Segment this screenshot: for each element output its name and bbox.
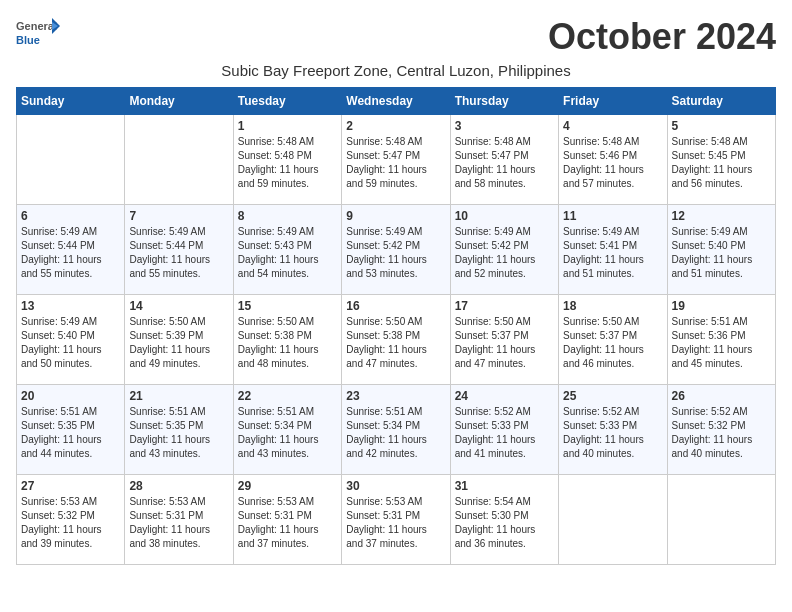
day-cell: 4Sunrise: 5:48 AMSunset: 5:46 PMDaylight… [559, 115, 667, 205]
day-content: Sunrise: 5:49 AMSunset: 5:40 PMDaylight:… [672, 225, 771, 281]
day-content: Sunrise: 5:53 AMSunset: 5:31 PMDaylight:… [346, 495, 445, 551]
day-cell: 18Sunrise: 5:50 AMSunset: 5:37 PMDayligh… [559, 295, 667, 385]
day-number: 3 [455, 119, 554, 133]
calendar-table: SundayMondayTuesdayWednesdayThursdayFrid… [16, 87, 776, 565]
day-content: Sunrise: 5:51 AMSunset: 5:35 PMDaylight:… [129, 405, 228, 461]
day-cell [125, 115, 233, 205]
day-number: 14 [129, 299, 228, 313]
day-cell: 31Sunrise: 5:54 AMSunset: 5:30 PMDayligh… [450, 475, 558, 565]
svg-text:Blue: Blue [16, 34, 40, 46]
day-header-wednesday: Wednesday [342, 88, 450, 115]
day-content: Sunrise: 5:51 AMSunset: 5:36 PMDaylight:… [672, 315, 771, 371]
day-number: 8 [238, 209, 337, 223]
day-number: 5 [672, 119, 771, 133]
day-content: Sunrise: 5:49 AMSunset: 5:40 PMDaylight:… [21, 315, 120, 371]
header-row: SundayMondayTuesdayWednesdayThursdayFrid… [17, 88, 776, 115]
day-header-tuesday: Tuesday [233, 88, 341, 115]
day-cell: 5Sunrise: 5:48 AMSunset: 5:45 PMDaylight… [667, 115, 775, 205]
day-number: 19 [672, 299, 771, 313]
month-title: October 2024 [548, 16, 776, 58]
day-number: 21 [129, 389, 228, 403]
day-content: Sunrise: 5:52 AMSunset: 5:32 PMDaylight:… [672, 405, 771, 461]
logo: General Blue [16, 16, 64, 52]
day-cell: 13Sunrise: 5:49 AMSunset: 5:40 PMDayligh… [17, 295, 125, 385]
day-number: 2 [346, 119, 445, 133]
day-cell: 14Sunrise: 5:50 AMSunset: 5:39 PMDayligh… [125, 295, 233, 385]
day-cell [559, 475, 667, 565]
day-cell: 9Sunrise: 5:49 AMSunset: 5:42 PMDaylight… [342, 205, 450, 295]
day-cell: 7Sunrise: 5:49 AMSunset: 5:44 PMDaylight… [125, 205, 233, 295]
day-content: Sunrise: 5:48 AMSunset: 5:48 PMDaylight:… [238, 135, 337, 191]
day-content: Sunrise: 5:53 AMSunset: 5:31 PMDaylight:… [129, 495, 228, 551]
day-cell: 29Sunrise: 5:53 AMSunset: 5:31 PMDayligh… [233, 475, 341, 565]
day-number: 26 [672, 389, 771, 403]
day-cell: 21Sunrise: 5:51 AMSunset: 5:35 PMDayligh… [125, 385, 233, 475]
logo-icon: General Blue [16, 16, 60, 52]
day-number: 30 [346, 479, 445, 493]
day-number: 29 [238, 479, 337, 493]
week-row-5: 27Sunrise: 5:53 AMSunset: 5:32 PMDayligh… [17, 475, 776, 565]
day-content: Sunrise: 5:53 AMSunset: 5:32 PMDaylight:… [21, 495, 120, 551]
subtitle: Subic Bay Freeport Zone, Central Luzon, … [16, 62, 776, 79]
day-content: Sunrise: 5:48 AMSunset: 5:45 PMDaylight:… [672, 135, 771, 191]
day-content: Sunrise: 5:54 AMSunset: 5:30 PMDaylight:… [455, 495, 554, 551]
day-cell: 27Sunrise: 5:53 AMSunset: 5:32 PMDayligh… [17, 475, 125, 565]
day-cell: 17Sunrise: 5:50 AMSunset: 5:37 PMDayligh… [450, 295, 558, 385]
day-number: 27 [21, 479, 120, 493]
day-content: Sunrise: 5:50 AMSunset: 5:37 PMDaylight:… [455, 315, 554, 371]
day-number: 9 [346, 209, 445, 223]
day-header-thursday: Thursday [450, 88, 558, 115]
day-number: 28 [129, 479, 228, 493]
day-content: Sunrise: 5:49 AMSunset: 5:42 PMDaylight:… [455, 225, 554, 281]
day-cell: 16Sunrise: 5:50 AMSunset: 5:38 PMDayligh… [342, 295, 450, 385]
day-content: Sunrise: 5:49 AMSunset: 5:42 PMDaylight:… [346, 225, 445, 281]
day-number: 4 [563, 119, 662, 133]
day-cell: 8Sunrise: 5:49 AMSunset: 5:43 PMDaylight… [233, 205, 341, 295]
day-header-friday: Friday [559, 88, 667, 115]
day-cell: 11Sunrise: 5:49 AMSunset: 5:41 PMDayligh… [559, 205, 667, 295]
day-content: Sunrise: 5:50 AMSunset: 5:38 PMDaylight:… [238, 315, 337, 371]
day-number: 18 [563, 299, 662, 313]
day-content: Sunrise: 5:48 AMSunset: 5:47 PMDaylight:… [346, 135, 445, 191]
day-cell: 25Sunrise: 5:52 AMSunset: 5:33 PMDayligh… [559, 385, 667, 475]
day-cell: 10Sunrise: 5:49 AMSunset: 5:42 PMDayligh… [450, 205, 558, 295]
svg-text:General: General [16, 20, 57, 32]
day-content: Sunrise: 5:50 AMSunset: 5:38 PMDaylight:… [346, 315, 445, 371]
day-content: Sunrise: 5:49 AMSunset: 5:41 PMDaylight:… [563, 225, 662, 281]
day-number: 6 [21, 209, 120, 223]
day-number: 12 [672, 209, 771, 223]
day-content: Sunrise: 5:51 AMSunset: 5:34 PMDaylight:… [238, 405, 337, 461]
day-number: 23 [346, 389, 445, 403]
day-cell: 19Sunrise: 5:51 AMSunset: 5:36 PMDayligh… [667, 295, 775, 385]
day-number: 10 [455, 209, 554, 223]
day-cell: 20Sunrise: 5:51 AMSunset: 5:35 PMDayligh… [17, 385, 125, 475]
day-cell [667, 475, 775, 565]
day-content: Sunrise: 5:53 AMSunset: 5:31 PMDaylight:… [238, 495, 337, 551]
day-cell: 2Sunrise: 5:48 AMSunset: 5:47 PMDaylight… [342, 115, 450, 205]
day-content: Sunrise: 5:48 AMSunset: 5:47 PMDaylight:… [455, 135, 554, 191]
week-row-3: 13Sunrise: 5:49 AMSunset: 5:40 PMDayligh… [17, 295, 776, 385]
day-content: Sunrise: 5:52 AMSunset: 5:33 PMDaylight:… [455, 405, 554, 461]
day-number: 20 [21, 389, 120, 403]
day-number: 1 [238, 119, 337, 133]
day-number: 22 [238, 389, 337, 403]
day-content: Sunrise: 5:48 AMSunset: 5:46 PMDaylight:… [563, 135, 662, 191]
day-header-saturday: Saturday [667, 88, 775, 115]
week-row-4: 20Sunrise: 5:51 AMSunset: 5:35 PMDayligh… [17, 385, 776, 475]
day-number: 13 [21, 299, 120, 313]
header: General Blue October 2024 [16, 16, 776, 58]
day-number: 7 [129, 209, 228, 223]
day-number: 24 [455, 389, 554, 403]
day-number: 17 [455, 299, 554, 313]
day-content: Sunrise: 5:51 AMSunset: 5:35 PMDaylight:… [21, 405, 120, 461]
day-content: Sunrise: 5:49 AMSunset: 5:44 PMDaylight:… [21, 225, 120, 281]
day-content: Sunrise: 5:51 AMSunset: 5:34 PMDaylight:… [346, 405, 445, 461]
day-cell: 1Sunrise: 5:48 AMSunset: 5:48 PMDaylight… [233, 115, 341, 205]
day-header-sunday: Sunday [17, 88, 125, 115]
day-cell: 6Sunrise: 5:49 AMSunset: 5:44 PMDaylight… [17, 205, 125, 295]
day-number: 31 [455, 479, 554, 493]
day-cell [17, 115, 125, 205]
day-number: 15 [238, 299, 337, 313]
day-content: Sunrise: 5:49 AMSunset: 5:43 PMDaylight:… [238, 225, 337, 281]
day-cell: 12Sunrise: 5:49 AMSunset: 5:40 PMDayligh… [667, 205, 775, 295]
